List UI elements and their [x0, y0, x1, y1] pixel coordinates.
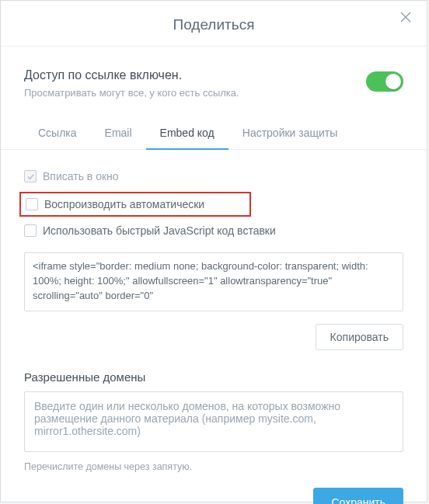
tab-link[interactable]: Ссылка — [24, 116, 91, 150]
domains-title: Разрешенные домены — [24, 370, 403, 384]
fit-window-checkbox[interactable] — [24, 170, 37, 182]
close-icon — [400, 12, 411, 23]
dialog-body: Вписать в окно Воспроизводить автоматиче… — [1, 150, 427, 504]
autoplay-label: Воспроизводить автоматически — [44, 198, 204, 210]
copy-button[interactable]: Копировать — [316, 324, 403, 350]
access-section: Доступ по ссылке включен. Просматривать … — [1, 47, 427, 116]
check-icon — [26, 172, 35, 181]
fastjs-row[interactable]: Использовать быстрый JavaScript код вста… — [24, 223, 403, 238]
toggle-knob — [385, 74, 401, 89]
access-desc: Просматривать могут все, у кого есть ссы… — [24, 87, 366, 99]
domains-input[interactable] — [24, 391, 403, 452]
access-toggle[interactable] — [366, 71, 403, 92]
tabs: Ссылка Email Embed код Настройки защиты — [1, 116, 427, 150]
autoplay-row[interactable]: Воспроизводить автоматически — [19, 192, 251, 217]
save-button[interactable]: Сохранить — [313, 488, 403, 504]
dialog-header: Поделиться — [1, 1, 427, 47]
access-title: Доступ по ссылке включен. — [24, 68, 366, 82]
autoplay-checkbox[interactable] — [26, 198, 38, 210]
embed-code-textarea[interactable]: <iframe style="border: medium none; back… — [24, 252, 403, 311]
tab-security[interactable]: Настройки защиты — [228, 116, 352, 150]
fit-window-row[interactable]: Вписать в окно — [24, 169, 403, 184]
fastjs-label: Использовать быстрый JavaScript код вста… — [43, 224, 276, 237]
copy-row: Копировать — [24, 324, 403, 350]
domains-hint: Перечислите домены через запятую. — [24, 461, 403, 472]
tab-embed[interactable]: Embed код — [146, 116, 228, 150]
dialog-title: Поделиться — [1, 16, 427, 33]
access-text: Доступ по ссылке включен. Просматривать … — [24, 68, 366, 99]
share-dialog: Поделиться Доступ по ссылке включен. Про… — [0, 0, 427, 502]
fit-window-label: Вписать в окно — [43, 170, 119, 182]
close-button[interactable] — [397, 12, 414, 29]
save-row: Сохранить — [24, 488, 403, 504]
tab-email[interactable]: Email — [91, 116, 146, 150]
fastjs-checkbox[interactable] — [24, 224, 37, 237]
